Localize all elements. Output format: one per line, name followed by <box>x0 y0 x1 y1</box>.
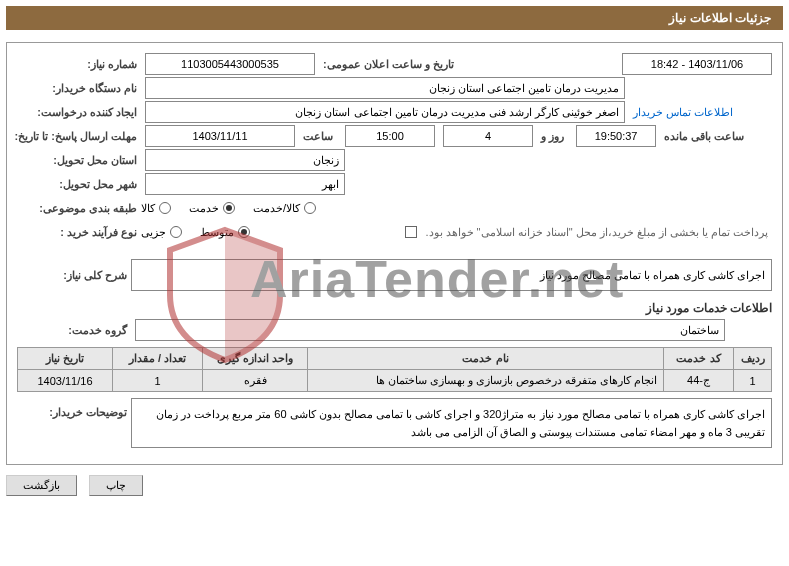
time-remaining-label: ساعت باقی مانده <box>660 130 748 143</box>
services-section-title: اطلاعات خدمات مورد نیاز <box>17 301 772 315</box>
radio-goods-label: کالا <box>141 202 155 215</box>
radio-circle-icon <box>304 202 316 214</box>
deadline-date: 1403/11/11 <box>145 125 295 147</box>
delivery-city-value: ابهر <box>145 173 345 195</box>
need-summary-text: اجرای کاشی کاری همراه با تمامی مصالح مور… <box>131 259 772 291</box>
back-button[interactable]: بازگشت <box>6 475 77 496</box>
radio-circle-icon <box>159 202 171 214</box>
th-name: نام خدمت <box>308 348 664 370</box>
details-panel: شماره نیاز: 1103005443000535 تاریخ و ساع… <box>6 42 783 465</box>
treasury-checkbox[interactable] <box>405 226 417 238</box>
service-group-label: گروه خدمت: <box>17 324 127 337</box>
td-code: ج-44 <box>664 370 734 392</box>
radio-circle-icon <box>223 202 235 214</box>
creator-label: ایجاد کننده درخواست: <box>17 106 137 119</box>
radio-service-label: خدمت <box>189 202 219 215</box>
th-row: ردیف <box>734 348 772 370</box>
page-header: جزئیات اطلاعات نیاز <box>6 6 783 30</box>
need-number-value: 1103005443000535 <box>145 53 315 75</box>
buyer-contact-link[interactable]: اطلاعات تماس خریدار <box>629 106 737 119</box>
days-label: روز و <box>537 130 568 143</box>
th-code: کد خدمت <box>664 348 734 370</box>
td-need-date: 1403/11/16 <box>18 370 113 392</box>
category-label: طبقه بندی موضوعی: <box>17 202 137 215</box>
td-name: انجام کارهای متفرقه درخصوص بازسازی و بهس… <box>308 370 664 392</box>
th-qty: تعداد / مقدار <box>113 348 203 370</box>
services-table: ردیف کد خدمت نام خدمت واحد اندازه گیری ت… <box>17 347 772 392</box>
time-remaining: 19:50:37 <box>576 125 656 147</box>
radio-partial-label: جزیی <box>141 226 166 239</box>
radio-goods-service[interactable]: کالا/خدمت <box>253 202 316 215</box>
need-number-label: شماره نیاز: <box>17 58 137 71</box>
process-type-label: نوع فرآیند خرید : <box>17 226 137 239</box>
delivery-province-label: استان محل تحویل: <box>17 154 137 167</box>
action-buttons: چاپ بازگشت <box>6 475 783 496</box>
radio-partial[interactable]: جزیی <box>141 226 182 239</box>
days-remaining: 4 <box>443 125 533 147</box>
service-group-value: ساختمان <box>135 319 725 341</box>
announce-value: 1403/11/06 - 18:42 <box>622 53 772 75</box>
delivery-city-label: شهر محل تحویل: <box>17 178 137 191</box>
buyer-org-value: مدیریت درمان تامین اجتماعی استان زنجان <box>145 77 625 99</box>
hour-label: ساعت <box>299 130 337 143</box>
radio-service[interactable]: خدمت <box>189 202 235 215</box>
th-unit: واحد اندازه گیری <box>203 348 308 370</box>
header-title: جزئیات اطلاعات نیاز <box>669 11 771 25</box>
category-radios: کالا خدمت کالا/خدمت <box>141 202 316 215</box>
deadline-hour: 15:00 <box>345 125 435 147</box>
buyer-org-label: نام دستگاه خریدار: <box>17 82 137 95</box>
process-radios: جزیی متوسط <box>141 226 250 239</box>
deadline-label: مهلت ارسال پاسخ: تا تاریخ: <box>17 130 137 143</box>
print-button[interactable]: چاپ <box>89 475 143 496</box>
radio-circle-icon <box>170 226 182 238</box>
td-unit: فقره <box>203 370 308 392</box>
radio-medium-label: متوسط <box>200 226 234 239</box>
td-qty: 1 <box>113 370 203 392</box>
table-row: 1 ج-44 انجام کارهای متفرقه درخصوص بازساز… <box>18 370 772 392</box>
delivery-province-value: زنجان <box>145 149 345 171</box>
td-row: 1 <box>734 370 772 392</box>
radio-goods[interactable]: کالا <box>141 202 171 215</box>
treasury-note: پرداخت تمام یا بخشی از مبلغ خرید،از محل … <box>421 226 772 239</box>
radio-goods-service-label: کالا/خدمت <box>253 202 300 215</box>
need-summary-label: شرح کلی نیاز: <box>17 269 127 282</box>
announce-label: تاریخ و ساعت اعلان عمومی: <box>319 58 458 71</box>
buyer-notes-label: توضیحات خریدار: <box>17 398 127 419</box>
th-need-date: تاریخ نیاز <box>18 348 113 370</box>
radio-circle-icon <box>238 226 250 238</box>
radio-medium[interactable]: متوسط <box>200 226 250 239</box>
creator-value: اصغر خوئینی کارگر ارشد فنی مدیریت درمان … <box>145 101 625 123</box>
buyer-notes-text: اجرای کاشی کاری همراه با تمامی مصالح مور… <box>131 398 772 448</box>
